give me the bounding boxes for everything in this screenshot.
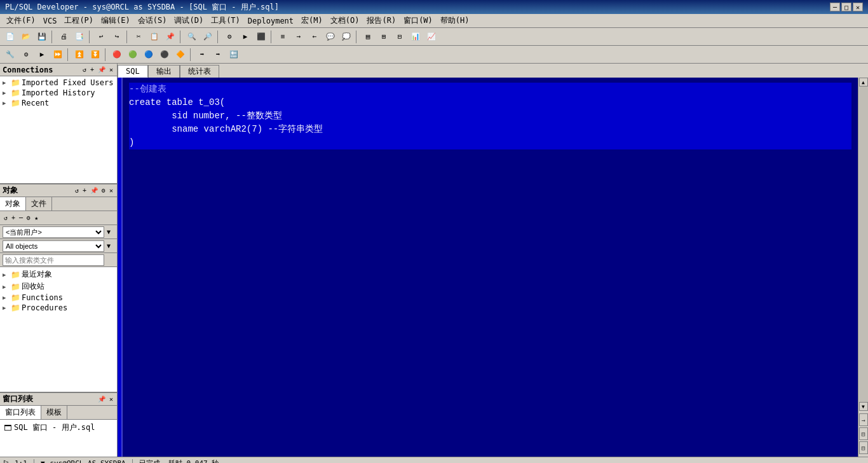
obj-home-icon[interactable]: ─ bbox=[18, 214, 24, 222]
menu-report[interactable]: 报告(R) bbox=[363, 14, 400, 27]
db3-btn[interactable]: 🔵 bbox=[141, 48, 156, 62]
conn-close-icon[interactable]: ✕ bbox=[108, 66, 114, 74]
tree-imported-history[interactable]: ▶ 📁 Imported History bbox=[1, 88, 116, 98]
tb2[interactable]: ⊞ bbox=[376, 30, 391, 44]
open-btn[interactable]: 📂 bbox=[18, 30, 34, 44]
arr2-btn[interactable]: ➡ bbox=[210, 48, 226, 62]
winlist-pin-icon[interactable]: 📌 bbox=[97, 395, 107, 403]
tab-template[interactable]: 模板 bbox=[41, 406, 67, 419]
uncomment-btn[interactable]: 💭 bbox=[339, 30, 354, 44]
compile-btn[interactable]: ⚙ bbox=[222, 30, 237, 44]
save-btn[interactable]: 💾 bbox=[34, 30, 50, 44]
current-user-select[interactable]: <当前用户> bbox=[3, 226, 104, 238]
obj-add-icon[interactable]: + bbox=[81, 186, 88, 195]
obj-star-icon[interactable]: ★ bbox=[33, 214, 39, 222]
winlist-close-icon[interactable]: ✕ bbox=[108, 395, 114, 403]
tb1[interactable]: ▤ bbox=[360, 30, 376, 44]
menu-project[interactable]: 工程(P) bbox=[60, 14, 97, 27]
arr1-btn[interactable]: ➡ bbox=[194, 48, 210, 62]
copy-btn[interactable]: 📋 bbox=[147, 30, 162, 44]
code-line-3: sid number, --整数类型 bbox=[129, 109, 851, 123]
tab-winlist[interactable]: 窗口列表 bbox=[0, 406, 41, 419]
db4-btn[interactable]: ⚫ bbox=[157, 48, 172, 62]
status-flag: 🏳 bbox=[3, 459, 10, 463]
outdent-btn[interactable]: ← bbox=[307, 30, 322, 44]
side-icon-1[interactable]: → bbox=[859, 413, 868, 426]
debug1-btn[interactable]: 🔧 bbox=[3, 48, 18, 62]
menu-macro[interactable]: 宏(M) bbox=[297, 14, 327, 27]
menu-window[interactable]: 窗口(W) bbox=[400, 14, 437, 27]
comment-btn[interactable]: 💬 bbox=[323, 30, 338, 44]
run-btn[interactable]: ▶ bbox=[238, 30, 253, 44]
new-btn[interactable]: 📄 bbox=[3, 30, 18, 44]
tree-functions[interactable]: ▶ 📁 Functions bbox=[1, 293, 116, 303]
undo-btn[interactable]: ↩ bbox=[93, 30, 109, 44]
print-btn[interactable]: 🖨 bbox=[56, 30, 71, 44]
step2-btn[interactable]: ⏬ bbox=[88, 48, 103, 62]
step1-btn[interactable]: ⏫ bbox=[72, 48, 87, 62]
debug2-btn[interactable]: ⚙ bbox=[18, 48, 34, 62]
debug3-btn[interactable]: ▶ bbox=[34, 48, 50, 62]
tab-sql[interactable]: SQL bbox=[118, 65, 148, 78]
side-icon-3[interactable]: ⊟ bbox=[859, 441, 868, 454]
obj-refresh-icon[interactable]: ↺ bbox=[74, 186, 80, 195]
format-btn[interactable]: ≡ bbox=[275, 30, 290, 44]
conn-refresh-icon[interactable]: ↺ bbox=[81, 66, 88, 74]
scroll-down[interactable]: ▼ bbox=[859, 402, 868, 411]
db5-btn[interactable]: 🔶 bbox=[173, 48, 188, 62]
obj-close-icon[interactable]: ✕ bbox=[108, 186, 114, 195]
db1-btn[interactable]: 🔴 bbox=[109, 48, 125, 62]
tab-stats[interactable]: 统计表 bbox=[180, 65, 219, 78]
menu-tools[interactable]: 工具(T) bbox=[207, 14, 244, 27]
code-editor[interactable]: --创建表 create table t_03( sid number, --整… bbox=[123, 78, 858, 457]
side-icon-2[interactable]: ⊟ bbox=[859, 427, 868, 440]
obj-back-icon[interactable]: ↺ bbox=[3, 214, 9, 222]
print2-btn[interactable]: 📑 bbox=[72, 30, 87, 44]
tb3[interactable]: ⊟ bbox=[392, 30, 407, 44]
search-input[interactable] bbox=[3, 254, 104, 266]
obj-settings-icon[interactable]: ⚙ bbox=[100, 186, 107, 195]
cut-btn[interactable]: ✂ bbox=[131, 30, 146, 44]
tree-recent[interactable]: ▶ 📁 Recent bbox=[1, 98, 116, 108]
findobj-btn[interactable]: 🔎 bbox=[200, 30, 215, 44]
obj-fwd-icon[interactable]: + bbox=[10, 214, 17, 222]
indent-btn[interactable]: → bbox=[291, 30, 306, 44]
menu-vcs[interactable]: VCS bbox=[39, 15, 61, 27]
menu-doc[interactable]: 文档(O) bbox=[327, 14, 363, 27]
menu-debug[interactable]: 调试(D) bbox=[170, 14, 207, 27]
scrollbar-track[interactable] bbox=[859, 86, 868, 402]
menu-file[interactable]: 文件(F) bbox=[3, 14, 39, 27]
conn-add-icon[interactable]: + bbox=[89, 66, 95, 74]
winlist-item-sql[interactable]: 🗖 SQL 窗口 - 用户.sql bbox=[1, 421, 116, 434]
menu-session[interactable]: 会话(S) bbox=[134, 14, 171, 27]
tree-imported-fixed-users[interactable]: ▶ 📁 Imported Fixed Users bbox=[1, 78, 116, 88]
tb5[interactable]: 📈 bbox=[424, 30, 439, 44]
scroll-up[interactable]: ▲ bbox=[859, 78, 868, 86]
tab-objects[interactable]: 对象 bbox=[0, 197, 26, 211]
stop-btn[interactable]: ⬛ bbox=[254, 30, 269, 44]
obj-pin-icon[interactable]: 📌 bbox=[89, 186, 99, 195]
all-objects-select[interactable]: All objects bbox=[3, 240, 104, 252]
db2-btn[interactable]: 🟢 bbox=[125, 48, 140, 62]
menu-help[interactable]: 帮助(H) bbox=[437, 14, 473, 27]
tree-recycle[interactable]: ▶ 📁 回收站 bbox=[1, 280, 116, 293]
tb4[interactable]: 📊 bbox=[408, 30, 423, 44]
menu-deployment[interactable]: Deployment bbox=[244, 15, 297, 27]
tab-files[interactable]: 文件 bbox=[26, 197, 52, 211]
all-objects-dropdown-icon[interactable]: ▼ bbox=[105, 242, 112, 250]
conn-pin-icon[interactable]: 📌 bbox=[97, 66, 107, 74]
obj-filter-icon[interactable]: ⚙ bbox=[25, 214, 32, 222]
minimize-button[interactable]: ─ bbox=[830, 3, 840, 11]
arr3-btn[interactable]: 🔚 bbox=[226, 48, 241, 62]
redo-btn[interactable]: ↪ bbox=[109, 30, 125, 44]
tree-recent-objects[interactable]: ▶ 📁 最近对象 bbox=[1, 268, 116, 280]
close-button[interactable]: ✕ bbox=[853, 3, 863, 11]
menu-edit[interactable]: 编辑(E) bbox=[97, 14, 134, 27]
tab-output[interactable]: 输出 bbox=[148, 65, 180, 78]
find-btn[interactable]: 🔍 bbox=[184, 30, 200, 44]
tree-procedures[interactable]: ▶ 📁 Procedures bbox=[1, 303, 116, 313]
debug4-btn[interactable]: ⏩ bbox=[50, 48, 65, 62]
user-dropdown-icon[interactable]: ▼ bbox=[105, 228, 112, 236]
maximize-button[interactable]: □ bbox=[841, 3, 851, 11]
paste-btn[interactable]: 📌 bbox=[163, 30, 178, 44]
